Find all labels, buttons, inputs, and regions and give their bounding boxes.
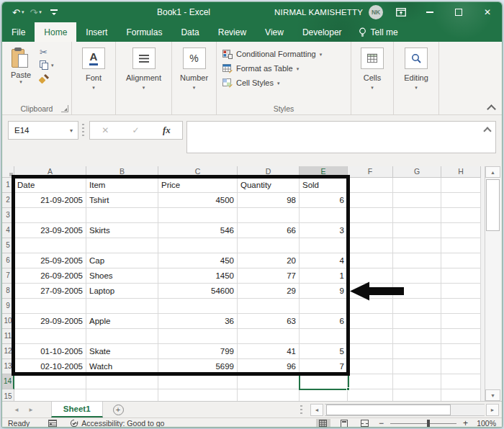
- cell-B5[interactable]: [86, 238, 158, 253]
- cell-D9[interactable]: [238, 299, 300, 314]
- cell-H12[interactable]: [441, 344, 481, 359]
- cell-H11[interactable]: [441, 329, 481, 344]
- row-header-12[interactable]: 12: [2, 344, 14, 359]
- column-header-e[interactable]: E: [300, 166, 348, 178]
- zoom-level[interactable]: 100%: [474, 419, 496, 428]
- cell-E9[interactable]: [300, 299, 348, 314]
- page-layout-view-button[interactable]: [337, 419, 351, 428]
- cell-F4[interactable]: [348, 223, 393, 238]
- conditional-formatting-dropdown-icon[interactable]: ▾: [320, 52, 323, 57]
- cell-H1[interactable]: [441, 178, 481, 193]
- ribbon-tab-view[interactable]: View: [256, 22, 293, 42]
- cell-F3[interactable]: [348, 208, 393, 223]
- cell-A6[interactable]: 25-09-2005: [14, 253, 86, 268]
- font-dropdown-icon[interactable]: ▾: [92, 85, 95, 90]
- cell-B11[interactable]: [86, 329, 158, 344]
- cell-G6[interactable]: [393, 253, 441, 268]
- cell-C4[interactable]: 546: [158, 223, 238, 238]
- cell-G12[interactable]: [393, 344, 441, 359]
- previous-sheet-icon[interactable]: ◄: [14, 407, 19, 413]
- ribbon-tab-insert[interactable]: Insert: [76, 22, 117, 42]
- cells-dropdown-icon[interactable]: ▾: [371, 85, 374, 90]
- accessibility-status[interactable]: Accessibility: Good to go: [70, 419, 164, 428]
- cell-B13[interactable]: Watch: [86, 359, 158, 374]
- copy-dropdown-icon[interactable]: ▾: [51, 63, 54, 68]
- format-as-table-dropdown-icon[interactable]: ▾: [297, 66, 300, 71]
- cell-H15[interactable]: [441, 389, 481, 401]
- cell-B1[interactable]: Item: [86, 178, 158, 193]
- cell-H3[interactable]: [441, 208, 481, 223]
- cell-C12[interactable]: 799: [158, 344, 238, 359]
- column-header-h[interactable]: H: [441, 166, 481, 178]
- cell-C1[interactable]: Price: [158, 178, 238, 193]
- cell-C10[interactable]: 36: [158, 314, 238, 329]
- cell-A9[interactable]: [14, 299, 86, 314]
- cell-G13[interactable]: [393, 359, 441, 374]
- cell-F1[interactable]: [348, 178, 393, 193]
- close-button[interactable]: ✕: [473, 2, 502, 22]
- zoom-slider-thumb[interactable]: [427, 420, 430, 428]
- cell-D13[interactable]: 96: [238, 359, 300, 374]
- ribbon-tab-data[interactable]: Data: [171, 22, 208, 42]
- cell-A13[interactable]: 02-10-2005: [14, 359, 86, 374]
- cell-B4[interactable]: Skirts: [86, 223, 158, 238]
- clipboard-dialog-launcher-icon[interactable]: [61, 105, 68, 112]
- ribbon-tab-review[interactable]: Review: [209, 22, 256, 42]
- cell-E3[interactable]: [300, 208, 348, 223]
- cell-D6[interactable]: 20: [238, 253, 300, 268]
- cell-G4[interactable]: [393, 223, 441, 238]
- customize-qat-icon[interactable]: [50, 9, 58, 16]
- vertical-scrollbar[interactable]: ▲ ▼: [485, 166, 500, 401]
- scroll-up-button[interactable]: ▲: [485, 166, 500, 178]
- column-header-g[interactable]: G: [393, 166, 441, 178]
- row-header-1[interactable]: 1: [2, 178, 14, 193]
- cell-styles-button[interactable]: Cell Styles▾: [222, 76, 351, 90]
- account-area[interactable]: NIRMAL KAMISHETTY NK: [274, 2, 383, 22]
- alignment-group-button[interactable]: Alignment ▾: [116, 42, 172, 114]
- ribbon-display-options-button[interactable]: [387, 2, 415, 22]
- row-header-4[interactable]: 4: [2, 223, 14, 238]
- cell-F14[interactable]: [348, 374, 393, 389]
- row-header-9[interactable]: 9: [2, 299, 14, 314]
- column-header-f[interactable]: F: [348, 166, 393, 178]
- normal-view-button[interactable]: [316, 419, 330, 428]
- cell-A4[interactable]: 23-09-2005: [14, 223, 86, 238]
- ribbon-tab-home[interactable]: Home: [35, 22, 76, 42]
- cell-G9[interactable]: [393, 299, 441, 314]
- cell-G3[interactable]: [393, 208, 441, 223]
- cell-D1[interactable]: Quantity: [238, 178, 300, 193]
- row-header-7[interactable]: 7: [2, 268, 14, 284]
- redo-icon[interactable]: ↷: [30, 8, 37, 17]
- row-header-5[interactable]: 5: [2, 238, 14, 253]
- cell-B3[interactable]: [86, 208, 158, 223]
- undo-dropdown-icon[interactable]: ▾: [22, 9, 24, 15]
- row-header-14[interactable]: 14: [2, 374, 14, 389]
- copy-icon[interactable]: [40, 60, 48, 70]
- number-dropdown-icon[interactable]: ▾: [193, 85, 196, 90]
- cell-B9[interactable]: [86, 299, 158, 314]
- cut-icon[interactable]: ✂: [40, 48, 66, 57]
- column-header-c[interactable]: C: [158, 166, 238, 178]
- cell-F5[interactable]: [348, 238, 393, 253]
- cell-C14[interactable]: [158, 374, 238, 389]
- cells-group-button[interactable]: Cells ▾: [351, 42, 394, 114]
- scroll-down-button[interactable]: ▼: [485, 389, 500, 401]
- conditional-formatting-button[interactable]: Conditional Formatting▾: [222, 47, 351, 61]
- paste-button[interactable]: Paste ▾: [6, 48, 35, 84]
- row-header-11[interactable]: 11: [2, 329, 14, 344]
- column-header-d[interactable]: D: [238, 166, 300, 178]
- cell-D15[interactable]: [238, 389, 300, 401]
- cell-B12[interactable]: Skate: [86, 344, 158, 359]
- vertical-scroll-thumb[interactable]: [486, 179, 500, 231]
- cell-H9[interactable]: [441, 299, 481, 314]
- paste-dropdown-icon[interactable]: ▾: [6, 79, 35, 84]
- cell-C6[interactable]: 450: [158, 253, 238, 268]
- insert-function-icon[interactable]: fx: [163, 125, 171, 136]
- cell-G1[interactable]: [393, 178, 441, 193]
- cell-C7[interactable]: 1450: [158, 268, 238, 284]
- zoom-in-icon[interactable]: +: [463, 418, 468, 428]
- row-header-10[interactable]: 10: [2, 314, 14, 329]
- cell-C8[interactable]: 54600: [158, 284, 238, 299]
- cell-D11[interactable]: [238, 329, 300, 344]
- cell-A1[interactable]: Date: [14, 178, 86, 193]
